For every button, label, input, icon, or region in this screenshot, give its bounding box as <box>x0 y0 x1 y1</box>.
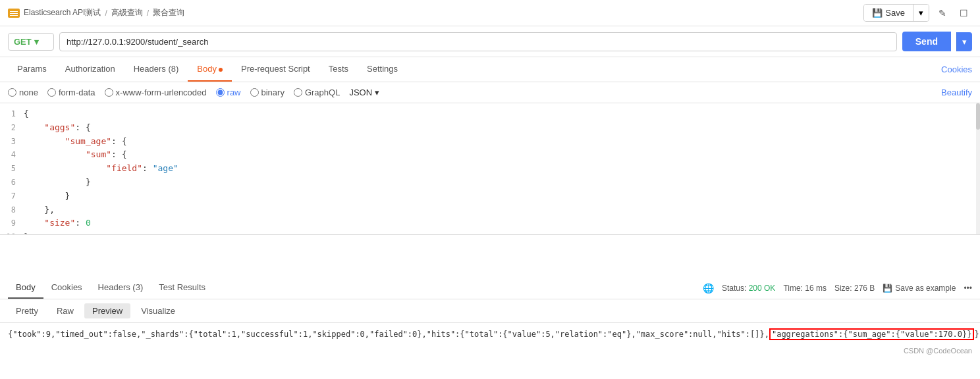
breadcrumb-item-1: Elasticsearch API测试 <box>24 7 101 18</box>
top-bar: Elasticsearch API测试 / 高级查询 / 聚合查询 💾 Save… <box>0 0 980 26</box>
resp-tab-cookies[interactable]: Cookies <box>43 277 90 299</box>
code-line-5: 5 "field": "age" <box>0 162 980 176</box>
url-input[interactable] <box>59 32 897 51</box>
code-editor[interactable]: 1 { 2 "aggs": { 3 "sum_age": { 4 "sum": … <box>0 103 980 235</box>
resp-tabs-left: Body Cookies Headers (3) Test Results <box>8 277 213 299</box>
tab-headers[interactable]: Headers (8) <box>124 57 188 82</box>
resp-view-tabs: Pretty Raw Preview Visualize <box>0 299 980 323</box>
code-line-1: 1 { <box>0 107 980 121</box>
code-line-4: 4 "sum": { <box>0 148 980 162</box>
save-example-label: Save as example <box>895 284 956 293</box>
comment-button[interactable]: ☐ <box>956 5 972 21</box>
body-type-raw[interactable]: raw <box>216 88 241 97</box>
footer: CSDN @CodeOcean <box>0 345 980 356</box>
empty-editor-space <box>0 235 980 274</box>
tab-params[interactable]: Params <box>8 57 56 82</box>
save-button[interactable]: 💾 Save <box>864 5 913 21</box>
tab-settings[interactable]: Settings <box>358 57 407 82</box>
globe-icon: 🌐 <box>703 283 714 293</box>
tabs-right: Cookies <box>941 64 972 74</box>
code-line-8: 8 }, <box>0 203 980 217</box>
resp-view-pretty[interactable]: Pretty <box>8 303 46 318</box>
breadcrumb-sep-2: / <box>147 9 149 18</box>
editor-scrollbar[interactable] <box>976 103 980 234</box>
code-line-2: 2 "aggs": { <box>0 121 980 135</box>
resp-tab-test-results[interactable]: Test Results <box>151 277 213 299</box>
response-body: {"took":9,"timed_out":false,"_shards":{"… <box>0 323 980 345</box>
top-bar-actions: 💾 Save ▾ ✎ ☐ <box>863 4 972 22</box>
code-line-6: 6 } <box>0 176 980 190</box>
tab-authorization[interactable]: Authorization <box>56 57 124 82</box>
resp-view-raw[interactable]: Raw <box>49 303 82 318</box>
cookies-link[interactable]: Cookies <box>941 64 972 74</box>
send-dropdown-button[interactable]: ▾ <box>956 32 972 51</box>
response-body-after: } <box>974 330 979 339</box>
app-icon <box>8 9 20 18</box>
resp-tab-headers[interactable]: Headers (3) <box>90 277 151 299</box>
code-line-9: 9 "size": 0 <box>0 216 980 230</box>
time-value: 16 ms <box>805 284 827 293</box>
save-dropdown-button[interactable]: ▾ <box>913 5 929 21</box>
tab-body[interactable]: Body <box>188 57 232 82</box>
tab-tests[interactable]: Tests <box>319 57 358 82</box>
save-label: Save <box>885 8 905 18</box>
size-label: Size: 276 B <box>834 284 875 293</box>
save-example-icon: 💾 <box>883 284 892 293</box>
send-button[interactable]: Send <box>902 32 951 51</box>
tabs-left: Params Authorization Headers (8) Body Pr… <box>8 57 407 82</box>
breadcrumb-item-3: 聚合查询 <box>153 7 184 18</box>
resp-view-visualize[interactable]: Visualize <box>133 303 183 318</box>
code-line-3: 3 "sum_age": { <box>0 135 980 149</box>
breadcrumb-item-2: 高级查询 <box>111 7 143 18</box>
body-dot <box>219 68 223 72</box>
time-label: Time: 16 ms <box>783 284 827 293</box>
tab-pre-request[interactable]: Pre-request Script <box>232 57 319 82</box>
url-bar: GET ▾ Send ▾ <box>0 26 980 57</box>
method-select[interactable]: GET ▾ <box>8 33 54 51</box>
code-line-7: 7 } <box>0 190 980 203</box>
method-label: GET <box>14 37 32 47</box>
save-icon: 💾 <box>872 8 883 18</box>
resp-tabs-right: 🌐 Status: 200 OK Time: 16 ms Size: 276 B… <box>703 283 972 293</box>
save-example-button[interactable]: 💾 Save as example <box>883 284 956 293</box>
body-type-none[interactable]: none <box>8 88 38 97</box>
response-tabs: Body Cookies Headers (3) Test Results 🌐 … <box>0 274 980 299</box>
body-types: none form-data x-www-form-urlencoded raw… <box>8 88 379 97</box>
body-type-graphql[interactable]: GraphQL <box>294 88 340 97</box>
resp-view-preview[interactable]: Preview <box>84 303 130 318</box>
body-type-bar: none form-data x-www-form-urlencoded raw… <box>0 82 980 103</box>
size-value: 276 B <box>854 284 875 293</box>
method-dropdown-icon: ▾ <box>34 37 39 47</box>
breadcrumb: Elasticsearch API测试 / 高级查询 / 聚合查询 <box>8 7 184 18</box>
scrollbar-thumb <box>976 103 980 130</box>
code-line-10: 10 } <box>0 230 980 235</box>
json-format-select[interactable]: JSON ▾ <box>349 88 379 97</box>
body-type-urlencoded[interactable]: x-www-form-urlencoded <box>105 88 207 97</box>
save-btn-group: 💾 Save ▾ <box>863 4 929 22</box>
beautify-button[interactable]: Beautify <box>941 88 972 97</box>
body-type-formdata[interactable]: form-data <box>47 88 95 97</box>
breadcrumb-sep-1: / <box>105 9 107 18</box>
status-label: Status: 200 OK <box>722 284 775 293</box>
footer-text: CSDN @CodeOcean <box>904 347 972 355</box>
resp-tab-body[interactable]: Body <box>8 277 43 299</box>
request-tabs: Params Authorization Headers (8) Body Pr… <box>0 57 980 82</box>
edit-button[interactable]: ✎ <box>935 5 950 21</box>
status-value: 200 OK <box>749 284 776 293</box>
response-highlight-box: "aggregations":{"sum_age":{"value":170.0… <box>769 328 974 340</box>
response-body-before: {"took":9,"timed_out":false,"_shards":{"… <box>8 330 769 339</box>
body-type-binary[interactable]: binary <box>250 88 285 97</box>
more-options-icon[interactable]: ••• <box>964 284 972 293</box>
